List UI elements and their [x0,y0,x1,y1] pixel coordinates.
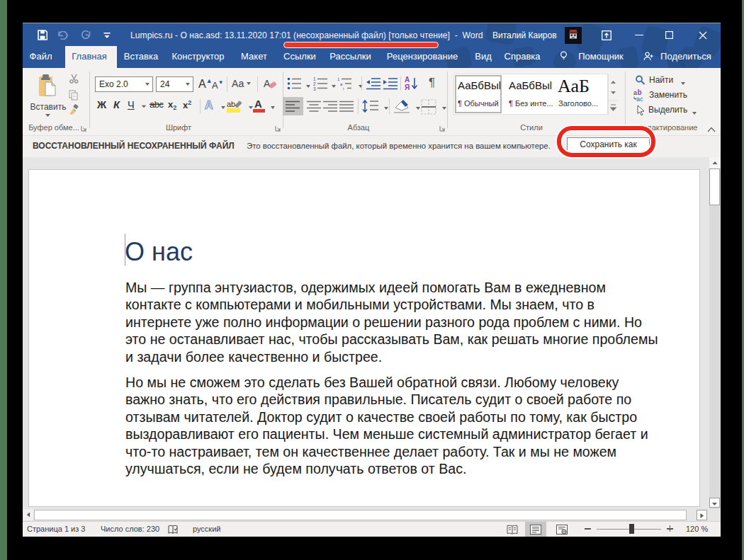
svg-text:i: i [343,86,344,91]
svg-text:3: 3 [313,86,316,91]
svg-text:Я: Я [405,84,410,91]
svg-text:a: a [340,82,343,86]
svg-text:А: А [405,76,410,84]
svg-text:А: А [264,78,271,89]
svg-text:ac: ac [636,96,643,102]
svg-text:1: 1 [337,77,340,81]
svg-text:2: 2 [313,81,316,86]
svg-text:ab: ab [227,100,235,108]
svg-text:1: 1 [313,76,316,81]
